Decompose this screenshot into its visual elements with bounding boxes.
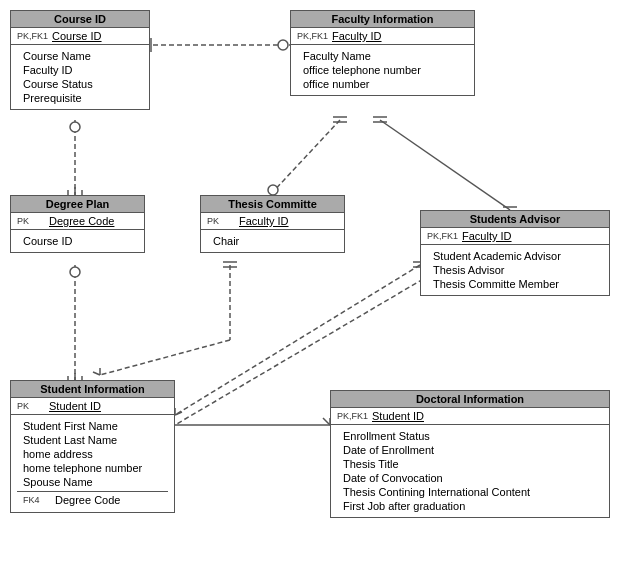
students-advisor-pk-field: Faculty ID [462, 230, 512, 242]
doctoral-attrs: Enrollment Status Date of Enrollment The… [331, 425, 609, 517]
thesis-pk-label: PK [207, 216, 235, 226]
svg-line-25 [100, 340, 230, 375]
student-info-pk-label: PK [17, 401, 45, 411]
doctoral-attr-6: First Job after graduation [337, 499, 603, 513]
students-advisor-attr-1: Student Academic Advisor [427, 249, 603, 263]
entity-faculty: Faculty Information PK,FK1 Faculty ID Fa… [290, 10, 475, 96]
course-attr-4: Prerequisite [17, 91, 143, 105]
students-advisor-attrs: Student Academic Advisor Thesis Advisor … [421, 245, 609, 295]
degree-pk-row: PK Degree Code [11, 213, 144, 230]
course-pk-row: PK,FK1 Course ID [11, 28, 149, 45]
doctoral-attr-3: Thesis Title [337, 457, 603, 471]
doctoral-pk-label: PK,FK1 [337, 411, 368, 421]
degree-pk-label: PK [17, 216, 45, 226]
student-info-attr-4: home telephone number [17, 461, 168, 475]
course-attr-2: Faculty ID [17, 63, 143, 77]
entity-doctoral-body: PK,FK1 Student ID Enrollment Status Date… [331, 408, 609, 517]
entity-doctoral-title: Doctoral Information [331, 391, 609, 408]
entity-degree-plan-body: PK Degree Code Course ID [11, 213, 144, 252]
svg-point-6 [70, 122, 80, 132]
student-info-attr-3: home address [17, 447, 168, 461]
entity-course: Course ID PK,FK1 Course ID Course Name F… [10, 10, 150, 110]
student-info-pk-row: PK Student ID [11, 398, 174, 415]
entity-thesis-body: PK Faculty ID Chair [201, 213, 344, 252]
thesis-attrs: Chair [201, 230, 344, 252]
student-info-attrs: Student First Name Student Last Name hom… [11, 415, 174, 512]
thesis-pk-field: Faculty ID [239, 215, 289, 227]
doctoral-attr-4: Date of Convocation [337, 471, 603, 485]
doctoral-pk-field: Student ID [372, 410, 424, 422]
student-info-attr-2: Student Last Name [17, 433, 168, 447]
faculty-attr-2: office telephone number [297, 63, 468, 77]
entity-student-info-title: Student Information [11, 381, 174, 398]
course-attr-3: Course Status [17, 77, 143, 91]
degree-pk-field: Degree Code [49, 215, 114, 227]
degree-attrs: Course ID [11, 230, 144, 252]
students-advisor-pk-row: PK,FK1 Faculty ID [421, 228, 609, 245]
svg-line-40 [323, 418, 330, 425]
faculty-pk-row: PK,FK1 Faculty ID [291, 28, 474, 45]
entity-faculty-body: PK,FK1 Faculty ID Faculty Name office te… [291, 28, 474, 95]
faculty-attr-3: office number [297, 77, 468, 91]
faculty-attr-1: Faculty Name [297, 49, 468, 63]
entity-thesis-title: Thesis Committe [201, 196, 344, 213]
faculty-attrs: Faculty Name office telephone number off… [291, 45, 474, 95]
svg-point-3 [278, 40, 288, 50]
entity-students-advisor-title: Students Advisor [421, 211, 609, 228]
students-advisor-pk-label: PK,FK1 [427, 231, 458, 241]
doctoral-attr-2: Date of Enrollment [337, 443, 603, 457]
students-advisor-attr-2: Thesis Advisor [427, 263, 603, 277]
faculty-pk-label: PK,FK1 [297, 31, 328, 41]
svg-point-20 [70, 267, 80, 277]
course-pk-field: Course ID [52, 30, 102, 42]
students-advisor-attr-3: Thesis Committe Member [427, 277, 603, 291]
entity-course-body: PK,FK1 Course ID Course Name Faculty ID … [11, 28, 149, 109]
entity-degree-plan-title: Degree Plan [11, 196, 144, 213]
doctoral-attr-5: Thesis Contining International Content [337, 485, 603, 499]
entity-degree-plan: Degree Plan PK Degree Code Course ID [10, 195, 145, 253]
doctoral-pk-row: PK,FK1 Student ID [331, 408, 609, 425]
degree-attr-1: Course ID [17, 234, 138, 248]
student-info-pk-field: Student ID [49, 400, 101, 412]
student-info-attr-1: Student First Name [17, 419, 168, 433]
erd-diagram: Course ID PK,FK1 Course ID Course Name F… [0, 0, 625, 565]
svg-line-14 [380, 120, 510, 210]
faculty-pk-field: Faculty ID [332, 30, 382, 42]
entity-students-advisor: Students Advisor PK,FK1 Faculty ID Stude… [420, 210, 610, 296]
student-info-attr-5: Spouse Name [17, 475, 168, 489]
doctoral-attr-1: Enrollment Status [337, 429, 603, 443]
entity-course-title: Course ID [11, 11, 149, 28]
entity-faculty-title: Faculty Information [291, 11, 474, 28]
thesis-pk-row: PK Faculty ID [201, 213, 344, 230]
entity-thesis: Thesis Committe PK Faculty ID Chair [200, 195, 345, 253]
svg-line-10 [270, 120, 340, 195]
course-pk-label: PK,FK1 [17, 31, 48, 41]
student-info-fk-row: FK4 Degree Code [17, 491, 168, 508]
student-info-fk-label: FK4 [23, 495, 51, 505]
entity-student-info-body: PK Student ID Student First Name Student… [11, 398, 174, 512]
svg-point-13 [268, 185, 278, 195]
entity-students-advisor-body: PK,FK1 Faculty ID Student Academic Advis… [421, 228, 609, 295]
entity-student-info: Student Information PK Student ID Studen… [10, 380, 175, 513]
svg-line-35 [175, 412, 182, 415]
thesis-attr-1: Chair [207, 234, 338, 248]
svg-line-26 [93, 372, 100, 375]
course-attr-1: Course Name [17, 49, 143, 63]
course-attrs: Course Name Faculty ID Course Status Pre… [11, 45, 149, 109]
student-info-fk-field: Degree Code [55, 494, 120, 506]
entity-doctoral: Doctoral Information PK,FK1 Student ID E… [330, 390, 610, 518]
